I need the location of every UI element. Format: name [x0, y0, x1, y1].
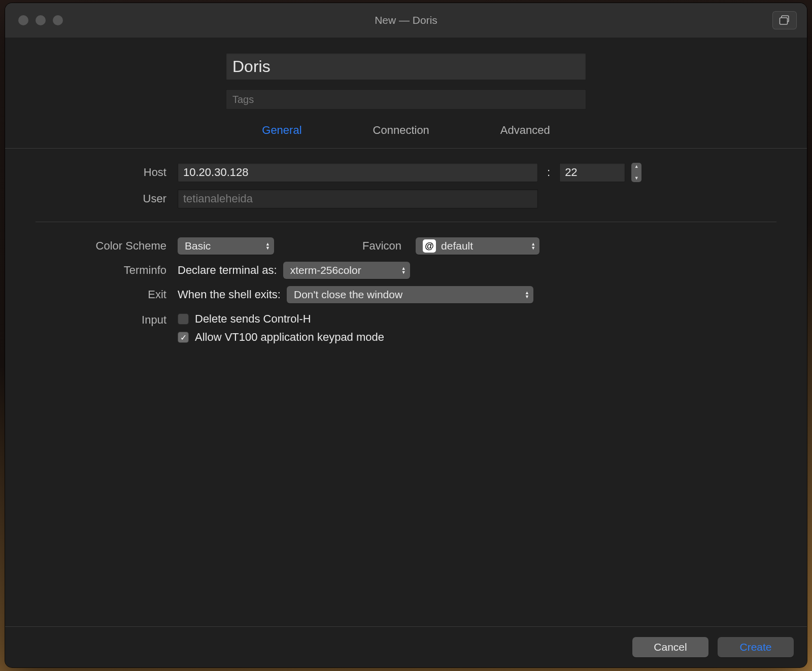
- chevron-up-icon: ▲: [634, 164, 639, 169]
- exit-row: Exit When the shell exits: Don't close t…: [36, 286, 776, 303]
- titlebar: New — Doris: [5, 3, 807, 38]
- exit-behavior-value: Don't close the window: [294, 289, 402, 301]
- host-row: Host : ▲ ▼: [36, 163, 776, 182]
- cancel-button[interactable]: Cancel: [632, 637, 708, 657]
- chevron-down-icon: ▼: [634, 176, 639, 181]
- host-input[interactable]: [178, 163, 538, 182]
- input-label: Input: [36, 312, 178, 327]
- terminfo-label: Terminfo: [36, 264, 178, 277]
- window: New — Doris Tags General Connection Adva…: [5, 3, 807, 667]
- stacked-windows-icon: [779, 15, 790, 25]
- port-stepper[interactable]: ▲ ▼: [631, 163, 641, 182]
- tab-general[interactable]: General: [262, 124, 301, 137]
- vt100-keypad-label: Allow VT100 application keypad mode: [195, 331, 384, 344]
- tags-input[interactable]: Tags: [226, 89, 586, 110]
- user-input[interactable]: [178, 189, 538, 208]
- host-port-separator: :: [544, 166, 553, 179]
- svg-rect-1: [780, 18, 788, 24]
- panel-general: Host : ▲ ▼ User Color Scheme: [5, 149, 807, 626]
- port-input[interactable]: [559, 163, 625, 182]
- updown-icon: ▲▼: [265, 242, 270, 250]
- exit-behavior-select[interactable]: Don't close the window ▲▼: [287, 286, 533, 303]
- tab-advanced[interactable]: Advanced: [500, 124, 550, 137]
- terminfo-select[interactable]: xterm-256color ▲▼: [283, 262, 410, 279]
- header: Tags General Connection Advanced: [5, 38, 807, 149]
- traffic-lights: [5, 15, 63, 25]
- input-row: Input Delete sends Control-H ✓ Allow VT1…: [36, 312, 776, 349]
- delete-ctrl-h-checkbox[interactable]: [178, 313, 189, 325]
- create-button[interactable]: Create: [718, 637, 794, 657]
- updown-icon: ▲▼: [401, 266, 406, 274]
- footer: Cancel Create: [5, 626, 807, 667]
- updown-icon: ▲▼: [525, 291, 529, 299]
- favicon-glyph-icon: @: [423, 239, 436, 253]
- profile-name-input[interactable]: [226, 53, 586, 80]
- user-row: User: [36, 189, 776, 208]
- tabs: General Connection Advanced: [5, 110, 807, 148]
- close-window-icon[interactable]: [18, 15, 28, 25]
- open-windows-button[interactable]: [772, 11, 797, 29]
- tags-placeholder: Tags: [232, 94, 254, 105]
- cancel-button-label: Cancel: [654, 641, 687, 653]
- tab-connection[interactable]: Connection: [373, 124, 429, 137]
- create-button-label: Create: [739, 641, 771, 653]
- exit-prefix: When the shell exits:: [178, 288, 281, 301]
- vt100-keypad-checkbox[interactable]: ✓: [178, 332, 189, 343]
- delete-ctrl-h-row: Delete sends Control-H: [178, 312, 384, 326]
- vt100-keypad-row: ✓ Allow VT100 application keypad mode: [178, 331, 384, 344]
- section-divider: [36, 222, 776, 222]
- exit-label: Exit: [36, 288, 178, 301]
- window-title: New — Doris: [5, 14, 807, 26]
- color-scheme-row: Color Scheme Basic ▲▼ Favicon @ default …: [36, 237, 776, 255]
- color-scheme-label: Color Scheme: [36, 239, 178, 253]
- minimize-window-icon[interactable]: [36, 15, 46, 25]
- terminfo-prefix: Declare terminal as:: [178, 264, 277, 277]
- color-scheme-select[interactable]: Basic ▲▼: [178, 237, 274, 255]
- updown-icon: ▲▼: [531, 242, 535, 250]
- terminfo-row: Terminfo Declare terminal as: xterm-256c…: [36, 262, 776, 279]
- favicon-label: Favicon: [362, 239, 410, 253]
- favicon-select[interactable]: @ default ▲▼: [416, 237, 539, 255]
- zoom-window-icon[interactable]: [53, 15, 63, 25]
- user-label: User: [36, 192, 178, 205]
- terminfo-value: xterm-256color: [290, 264, 361, 276]
- color-scheme-value: Basic: [185, 240, 211, 252]
- delete-ctrl-h-label: Delete sends Control-H: [195, 312, 311, 326]
- favicon-value: default: [441, 240, 473, 252]
- host-label: Host: [36, 166, 178, 179]
